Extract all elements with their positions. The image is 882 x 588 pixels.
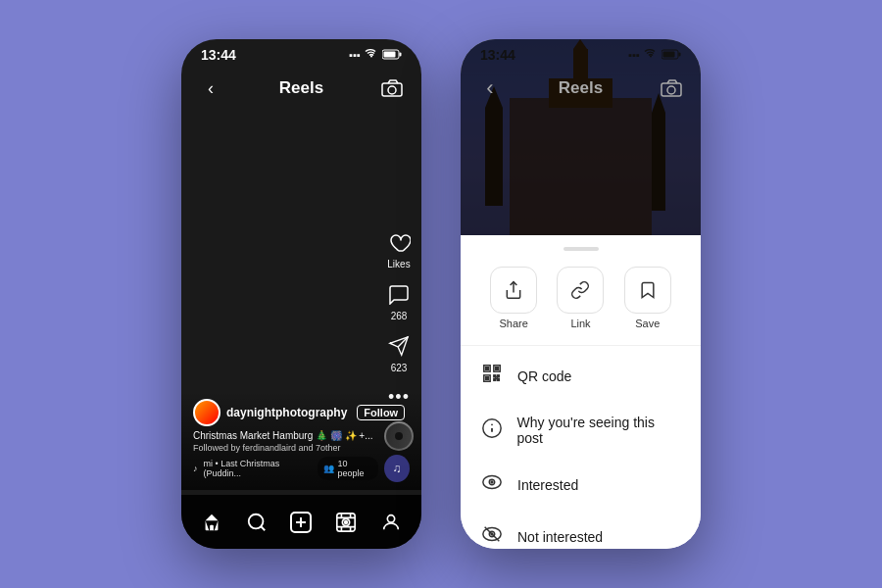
avatar bbox=[193, 399, 220, 426]
not-interested-icon bbox=[480, 523, 504, 549]
reel-preview-2: ‹ Reels bbox=[461, 39, 701, 235]
info-icon bbox=[480, 417, 504, 444]
menu-item-interested[interactable]: Interested bbox=[461, 459, 701, 511]
qr-icon bbox=[480, 363, 504, 389]
audio-icon: ♫ bbox=[384, 455, 410, 482]
send-count: 623 bbox=[391, 363, 408, 373]
share-item-share[interactable]: Share bbox=[490, 267, 537, 329]
reel-overlay: daynightphotography Follow Christmas Mar… bbox=[181, 391, 421, 490]
interested-text: Interested bbox=[517, 477, 578, 493]
comments-count: 268 bbox=[391, 311, 408, 321]
reels-nav-item[interactable] bbox=[328, 505, 364, 540]
back-button-1[interactable]: ‹ bbox=[197, 74, 224, 102]
camera-button-1[interactable] bbox=[378, 74, 406, 102]
svg-rect-58 bbox=[485, 108, 503, 206]
menu-list: QR code Why you're seeing this post bbox=[461, 346, 701, 549]
svg-point-80 bbox=[491, 481, 493, 483]
camera-button-2[interactable] bbox=[658, 74, 685, 102]
home-nav-item[interactable] bbox=[194, 505, 229, 540]
svg-point-33 bbox=[248, 514, 263, 528]
user-row: daynightphotography Follow bbox=[193, 399, 410, 426]
share-item-link[interactable]: Link bbox=[557, 267, 604, 329]
not-interested-text: Not interested bbox=[517, 529, 603, 545]
username: daynightphotography bbox=[226, 406, 347, 419]
svg-rect-74 bbox=[496, 377, 498, 379]
phone-1: 13:44 ▪▪▪ ‹ Reels bbox=[181, 39, 421, 549]
likes-action[interactable]: Likes bbox=[387, 231, 411, 270]
nav-header-1: ‹ Reels bbox=[181, 39, 421, 110]
comments-icon bbox=[387, 283, 411, 309]
svg-rect-54 bbox=[510, 98, 652, 235]
link-label: Link bbox=[570, 318, 590, 329]
likes-label: Likes bbox=[387, 259, 410, 270]
page-title-2: Reels bbox=[559, 78, 603, 98]
phone-2: 13:44 ▪▪▪ ‹ Reels bbox=[461, 39, 701, 549]
save-label: Save bbox=[635, 318, 660, 329]
menu-item-not-interested[interactable]: Not interested bbox=[461, 511, 701, 549]
search-nav-item[interactable] bbox=[239, 505, 274, 540]
bottom-sheet: Share Link Save bbox=[461, 235, 701, 549]
music-label: mi • Last Christmas (Puddin... bbox=[204, 459, 312, 478]
why-text: Why you're seeing this post bbox=[517, 415, 681, 446]
caption: Christmas Market Hamburg 🎄 🎆 ✨ +... bbox=[193, 430, 410, 441]
bottom-nav bbox=[181, 495, 421, 549]
svg-point-4 bbox=[388, 86, 396, 94]
sheet-handle bbox=[564, 247, 599, 251]
svg-rect-68 bbox=[486, 377, 489, 380]
followed-by: Followed by ferdinandlaird and 7other bbox=[193, 443, 410, 453]
interested-icon bbox=[480, 471, 504, 498]
people-number: 10 people bbox=[338, 459, 373, 478]
svg-rect-66 bbox=[486, 368, 489, 370]
send-action[interactable]: 623 bbox=[388, 335, 410, 373]
svg-rect-67 bbox=[496, 368, 499, 370]
share-icon-box bbox=[490, 267, 537, 314]
link-icon-box bbox=[557, 267, 604, 314]
share-row: Share Link Save bbox=[461, 267, 701, 346]
likes-icon bbox=[387, 231, 411, 257]
save-icon-box bbox=[624, 267, 671, 314]
share-label: Share bbox=[499, 318, 527, 329]
send-icon bbox=[388, 335, 410, 361]
svg-point-47 bbox=[387, 514, 394, 521]
profile-nav-item[interactable] bbox=[373, 505, 409, 540]
svg-point-52 bbox=[667, 86, 675, 94]
add-nav-item[interactable] bbox=[283, 505, 318, 540]
svg-line-34 bbox=[261, 526, 265, 530]
back-button-2[interactable]: ‹ bbox=[476, 74, 504, 102]
menu-item-qr[interactable]: QR code bbox=[461, 350, 701, 402]
music-row: ♪ mi • Last Christmas (Puddin... 👥 10 pe… bbox=[193, 455, 410, 482]
svg-rect-60 bbox=[652, 113, 665, 211]
follow-button[interactable]: Follow bbox=[357, 405, 405, 420]
page-title-1: Reels bbox=[279, 78, 323, 98]
people-icon: 👥 bbox=[323, 464, 334, 473]
share-item-save[interactable]: Save bbox=[624, 267, 671, 329]
music-note-icon: ♪ bbox=[193, 464, 198, 473]
qr-text: QR code bbox=[517, 368, 571, 384]
svg-point-40 bbox=[345, 520, 348, 523]
comments-action[interactable]: 268 bbox=[387, 283, 411, 321]
people-count: 👥 10 people bbox=[318, 457, 379, 480]
menu-item-why[interactable]: Why you're seeing this post bbox=[461, 402, 701, 459]
nav-header-2: ‹ Reels bbox=[461, 39, 701, 110]
